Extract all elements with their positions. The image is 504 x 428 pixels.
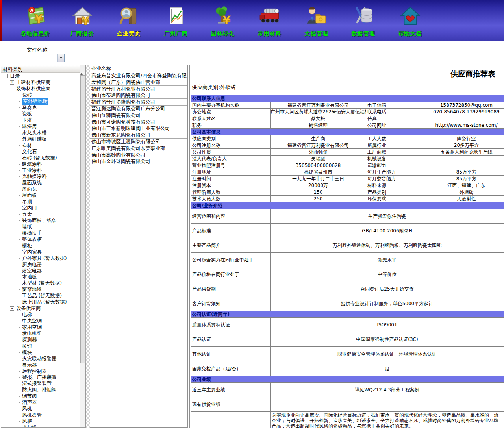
toolbar-item-yellow-pages[interactable]: 企业黄页	[106, 0, 152, 41]
tree-item[interactable]: 墙纸	[1, 224, 80, 230]
toolbar-item-document-management[interactable]: 文档管理	[293, 0, 340, 41]
company-list-item[interactable]: 晋江腾达陶瓷有限公司广东分公司	[90, 106, 187, 112]
tree-expand-toggle[interactable]: -	[4, 74, 8, 78]
tree-item[interactable]: 淋浴房	[1, 124, 80, 130]
tree-item[interactable]: 电梯	[1, 312, 80, 318]
tree-item[interactable]: 橱柜	[1, 243, 80, 249]
tree-item[interactable]: 屋面瓦	[1, 186, 80, 193]
tree-item[interactable]: 工艺品 (暂无数据)	[1, 293, 80, 299]
tree-item[interactable]: 床上用品 (暂无数据)	[1, 299, 80, 306]
tree-item[interactable]: 室内家具	[1, 249, 80, 255]
tree-item[interactable]: 浴室电器	[1, 268, 80, 274]
toolbar-item-local-prices[interactable]: A ¥ 各地信息价	[12, 0, 59, 41]
tree-item[interactable]: 风机盘管	[1, 412, 80, 419]
tree-item[interactable]: 建筑涂料	[1, 161, 80, 167]
tree-expand-toggle[interactable]: +	[10, 80, 14, 85]
tree-item[interactable]: 湿式报警装置	[1, 381, 80, 387]
company-list-item[interactable]: 佛山市禅城区上渥陶瓷有限公司	[90, 139, 187, 145]
tree-item[interactable]: 瓷砖	[1, 92, 80, 98]
company-list-item[interactable]: 广东唯美陶瓷有限公司东莞事业部	[90, 145, 187, 152]
company-list-item[interactable]: 佛山市三水新明珠建陶工业有限公司	[90, 125, 187, 132]
field-value: 福建省晋江万利瓷业有限公司	[271, 142, 366, 149]
combobox-dropdown-button[interactable]	[57, 54, 64, 62]
company-list-item[interactable]: 福建省晋江协隆陶瓷有限公司	[90, 99, 187, 106]
file-name-value[interactable]	[7, 54, 57, 62]
tree-item[interactable]: 远程控制器	[1, 368, 80, 374]
company-list-item[interactable]: 佛山市高砂陶业有限公司	[90, 152, 187, 159]
tree-item[interactable]: 按钮	[1, 343, 80, 349]
scrollbar-up-button[interactable]	[80, 65, 85, 72]
tree-item[interactable]: 外墙纤维板	[1, 136, 80, 142]
tree-item[interactable]: - 设备供应商	[1, 306, 80, 312]
tree-item[interactable]: 屋面板	[1, 193, 80, 199]
tree-item[interactable]: 石砖 (暂无数据)	[1, 155, 80, 161]
table-row: 供应商类别 生产商 工人人数 陶瓷行业	[191, 135, 504, 142]
tree-item[interactable]: 石材	[1, 142, 80, 148]
tree-item[interactable]: 整体衣柜	[1, 236, 80, 243]
tree-item[interactable]: 风柜	[1, 419, 80, 425]
tree-expand-toggle[interactable]: -	[10, 306, 14, 311]
tree-scrollbar[interactable]	[80, 65, 85, 427]
tree-item[interactable]: 消声器	[1, 400, 80, 406]
file-name-combobox[interactable]	[7, 54, 65, 62]
tree-item[interactable]: 装饰面板、线条	[1, 218, 80, 224]
tree-item[interactable]: 室内门	[1, 205, 80, 211]
tree-item[interactable]: 中央空调	[1, 318, 80, 324]
tree-item[interactable]: 显示器	[1, 362, 80, 368]
tree-item[interactable]: 五金	[1, 211, 80, 218]
company-list-item[interactable]: 爱和陶（广东）陶瓷佛山营业部	[90, 79, 187, 86]
tree-item[interactable]: 工业涂料	[1, 167, 80, 174]
tree-item[interactable]: 模块	[1, 349, 80, 356]
toolbar-item-common-materials[interactable]: 常用材料	[246, 0, 293, 41]
company-list-item[interactable]: 佛山红狮陶瓷有限公司	[90, 112, 187, 119]
toolbar-item-data-management[interactable]: 数据管理	[340, 0, 387, 41]
tree-item[interactable]: 冷却塔	[1, 425, 80, 428]
tree-item[interactable]: 卫浴	[1, 117, 80, 124]
toolbar-item-landscaping[interactable]: ¥ 园林绿化	[199, 0, 246, 41]
company-list-header[interactable]: 企业名称	[90, 65, 187, 72]
tree-item[interactable]: 家用空调	[1, 324, 80, 331]
tree-item[interactable]: 水龙头水槽	[1, 130, 80, 136]
tree-item[interactable]: 警报、广播装置	[1, 374, 80, 381]
scrollbar-thumb[interactable]	[80, 75, 86, 363]
tree-item[interactable]: 风机	[1, 406, 80, 412]
company-list-item[interactable]: 福建省晋江万利瓷业有限公司	[90, 86, 187, 93]
table-row: 经营范围和内容 生产就爱你住陶瓷	[191, 209, 504, 224]
toolbar-item-vendor-quotes[interactable]: ¥ 厂商报价	[59, 0, 106, 41]
tree-item[interactable]: + 土建材料供应商	[1, 80, 80, 86]
tree-panel-header[interactable]: 材料类别	[1, 65, 80, 73]
toolbar-item-help-docs[interactable]: 帮助文档	[387, 0, 434, 41]
company-list-item[interactable]: 佛山市蒂通陶陶瓷有限公司	[90, 92, 187, 99]
tree-item[interactable]: 吊顶	[1, 199, 80, 205]
tree-item[interactable]: 木地板	[1, 274, 80, 280]
tree-item[interactable]: 马赛克	[1, 105, 80, 111]
tree-item[interactable]: 屋面系统	[1, 180, 80, 186]
tree-item[interactable]: 探测器	[1, 337, 80, 343]
tree-item[interactable]: 发电机组	[1, 330, 80, 337]
tree-item[interactable]: 防火阀、排烟阀	[1, 387, 80, 393]
tree-item-label: 外墙纤维板	[22, 136, 47, 143]
company-list-item[interactable]: 佛山市金环球陶瓷有限公司	[90, 158, 187, 165]
tree-item[interactable]: 木型材 (暂无数据)	[1, 280, 80, 287]
field-value: 江西、福建、广东	[429, 182, 504, 189]
company-list-item[interactable]: 高盛东普实业有限公司/四会市祥盛陶瓷有限公	[90, 72, 187, 79]
company-list-item[interactable]: 佛山市新东龙陶瓷有限公司	[90, 132, 187, 139]
tree-item[interactable]: - 装饰材料供应商	[1, 86, 80, 92]
tree-item[interactable]: 楼梯扶手	[1, 230, 80, 236]
tree-expand-toggle[interactable]: -	[10, 87, 14, 91]
vendor-quotes-icon: ¥	[71, 2, 94, 30]
tree-item[interactable]: 文化石	[1, 148, 80, 155]
tree-item[interactable]: - 目录	[1, 73, 80, 80]
toolbar-item-guangzhou-vendors[interactable]: 广州厂商	[152, 0, 199, 41]
tree-item[interactable]: 调节阀	[1, 393, 80, 400]
tree-item[interactable]: 室外墙地砖	[1, 98, 80, 105]
tree-item[interactable]: 火灾联动报警器	[1, 356, 80, 362]
tree-connector-line	[17, 340, 20, 340]
tree-item[interactable]: 光触媒涂料	[1, 174, 80, 180]
tree-item[interactable]: 窗帘地毯	[1, 287, 80, 293]
tree-item[interactable]: 瓷板	[1, 111, 80, 117]
tree-item[interactable]: 户外家具 (暂无数据)	[1, 255, 80, 261]
company-list-item[interactable]: 佛山市可诺陶瓷科技有限公司	[90, 119, 187, 126]
tree-item[interactable]: 厨房电器	[1, 261, 80, 268]
panel-splitter[interactable]	[86, 65, 90, 428]
